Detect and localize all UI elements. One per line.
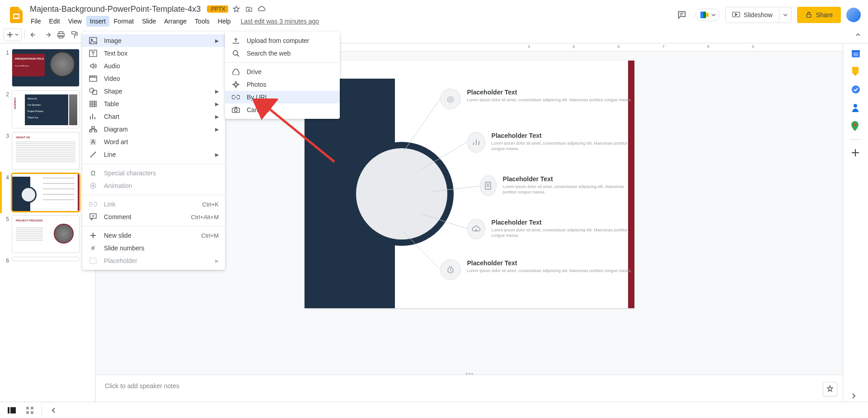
new-slide-button[interactable] — [4, 28, 22, 41]
hide-side-panel-icon[interactable] — [851, 393, 860, 402]
menu-view[interactable]: View — [65, 16, 85, 27]
redo-button[interactable] — [41, 28, 54, 41]
menu-arrange[interactable]: Arrange — [160, 16, 190, 27]
slideshow-button[interactable]: Slideshow — [725, 7, 792, 23]
speaker-notes-placeholder: Click to add speaker notes — [105, 382, 179, 390]
svg-rect-6 — [807, 14, 811, 18]
slide-thumbnail-1[interactable]: PRESENTATION TITLE Your subtitle here — [12, 49, 80, 87]
comments-history-icon[interactable] — [674, 7, 690, 23]
menu-file[interactable]: File — [27, 16, 45, 27]
star-icon[interactable] — [232, 5, 241, 14]
slide-thumbnail-2[interactable]: AGENDA About Us Our Services Project Pro… — [12, 90, 80, 128]
bar-chart-icon — [467, 132, 485, 153]
insert-wordart[interactable]: AWord art — [82, 136, 225, 148]
filmstrip-view-button[interactable] — [5, 404, 18, 417]
slide-thumbnail-4[interactable] — [12, 174, 80, 211]
menu-insert[interactable]: Insert — [86, 16, 109, 27]
print-button[interactable] — [55, 28, 67, 41]
svg-rect-24 — [26, 411, 29, 414]
insert-new-slide[interactable]: New slideCtrl+M — [82, 229, 225, 242]
slide-thumbnail-3[interactable]: ABOUT US — [12, 132, 80, 170]
account-avatar[interactable] — [846, 8, 861, 22]
comment-icon — [89, 213, 98, 221]
insert-video[interactable]: Video — [82, 72, 225, 85]
image-upload[interactable]: Upload from computer — [225, 34, 340, 47]
slide-thumbnail-5[interactable]: PROJECT PROCESS — [12, 215, 80, 253]
contacts-icon[interactable] — [851, 103, 860, 112]
explore-button[interactable] — [823, 382, 837, 396]
omega-icon: Ω — [89, 169, 98, 177]
image-search-web[interactable]: Search the web — [225, 47, 340, 60]
speaker-notes-resize-handle[interactable] — [461, 373, 478, 376]
document-icon — [480, 175, 497, 196]
paint-format-button[interactable] — [68, 28, 81, 41]
svg-point-19 — [854, 123, 856, 126]
insert-slide-numbers[interactable]: #Slide numbers — [82, 242, 225, 254]
slide-thumbnail-6[interactable] — [12, 257, 80, 261]
camera-icon — [231, 107, 240, 113]
thumb-number: 6 — [4, 257, 9, 264]
photos-icon — [231, 81, 240, 88]
svg-point-42 — [235, 109, 237, 112]
image-by-url[interactable]: By URL — [225, 91, 340, 103]
slides-logo[interactable] — [7, 6, 25, 24]
insert-chart[interactable]: Chart▶ — [82, 110, 225, 123]
image-drive[interactable]: Drive — [225, 66, 340, 78]
menu-help[interactable]: Help — [214, 16, 235, 27]
collapse-filmstrip-button[interactable] — [47, 404, 60, 417]
link-icon — [231, 95, 240, 99]
menu-edit[interactable]: Edit — [46, 16, 64, 27]
insert-textbox[interactable]: Text box — [82, 47, 225, 60]
insert-link: LinkCtrl+K — [82, 198, 225, 211]
add-addon-icon[interactable] — [851, 149, 860, 158]
tasks-icon[interactable] — [851, 85, 860, 94]
share-button[interactable]: Share — [797, 7, 841, 23]
image-photos[interactable]: Photos — [225, 78, 340, 91]
insert-audio[interactable]: Audio — [82, 60, 225, 72]
image-camera[interactable]: Camera — [225, 103, 340, 116]
insert-line[interactable]: Line▶ — [82, 148, 225, 161]
upload-icon — [231, 37, 240, 44]
menu-tools[interactable]: Tools — [191, 16, 213, 27]
animation-icon — [89, 182, 98, 189]
slideshow-label: Slideshow — [744, 11, 773, 19]
slide-canvas[interactable]: ◎ Placeholder TextLorem ipsum dolor sit … — [305, 61, 634, 308]
collapse-toolbar-button[interactable] — [852, 28, 864, 41]
insert-image[interactable]: Image▶ — [82, 34, 225, 47]
menu-format[interactable]: Format — [110, 16, 137, 27]
image-submenu: Upload from computer Search the web Driv… — [225, 32, 340, 119]
thumb-number: 5 — [4, 215, 9, 222]
placeholder-title: Placeholder Text — [503, 175, 634, 183]
svg-rect-11 — [485, 182, 491, 189]
shape-icon — [89, 88, 98, 95]
insert-comment[interactable]: CommentCtrl+Alt+M — [82, 211, 225, 223]
calendar-icon[interactable]: 31 — [851, 49, 860, 58]
textbox-icon — [89, 50, 98, 57]
placeholder-body: Lorem ipsum dolor sit amet, consectetuer… — [492, 228, 634, 238]
menu-slide[interactable]: Slide — [138, 16, 160, 27]
grid-view-button[interactable] — [23, 404, 36, 417]
chart-icon — [89, 113, 98, 120]
keep-icon[interactable] — [851, 67, 860, 76]
meet-button[interactable] — [695, 9, 720, 21]
cloud-status-icon[interactable] — [257, 5, 266, 14]
insert-diagram[interactable]: Diagram▶ — [82, 123, 225, 136]
undo-button[interactable] — [28, 28, 40, 41]
insert-shape[interactable]: Shape▶ — [82, 85, 225, 98]
speaker-notes[interactable]: Click to add speaker notes — [96, 375, 843, 402]
document-title[interactable]: Majenta-Background-PowerPoint-Template-4… — [27, 4, 203, 15]
filmstrip[interactable]: 1 PRESENTATION TITLE Your subtitle here … — [0, 43, 96, 402]
move-icon[interactable] — [244, 5, 253, 14]
side-panel: 31 — [843, 43, 868, 402]
svg-rect-21 — [10, 407, 16, 413]
svg-point-37 — [92, 185, 94, 187]
cloud-download-icon — [467, 219, 485, 240]
last-edit-link[interactable]: Last edit was 3 minutes ago — [241, 18, 319, 25]
slideshow-dropdown[interactable] — [779, 7, 791, 23]
insert-table[interactable]: Table▶ — [82, 98, 225, 110]
maps-icon[interactable] — [851, 121, 860, 130]
image-icon — [89, 37, 98, 44]
svg-text:31: 31 — [853, 52, 858, 56]
svg-rect-33 — [92, 127, 94, 128]
placeholder-title: Placeholder Text — [492, 132, 634, 139]
